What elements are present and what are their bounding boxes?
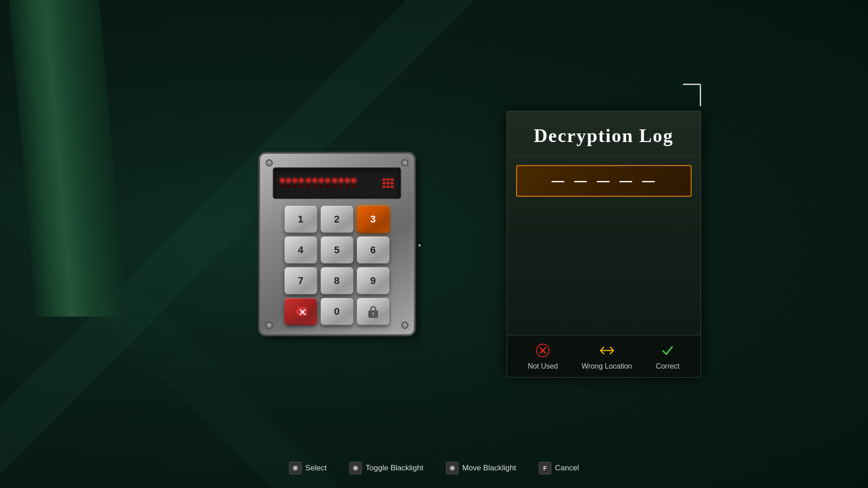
- control-cancel: F Cancel: [539, 462, 579, 474]
- main-content: 1 2 3 4 5 6 7 8 9: [0, 0, 868, 488]
- key-5[interactable]: 5: [321, 237, 353, 264]
- display-dot-dim: [352, 185, 356, 188]
- bar-segment: [391, 186, 394, 188]
- display-dot-dim: [339, 185, 343, 188]
- not-used-icon: [535, 342, 551, 359]
- keypad-device: 1 2 3 4 5 6 7 8 9: [260, 154, 414, 334]
- display-dot: [352, 179, 356, 182]
- select-label: Select: [305, 464, 327, 473]
- legend-wrong-location: Wrong Location: [582, 342, 632, 370]
- cursor-dot: [418, 244, 421, 246]
- code-dash-5: —: [642, 174, 656, 188]
- wrong-location-label: Wrong Location: [582, 362, 632, 370]
- display-dot-dim: [280, 185, 284, 188]
- keypad-body: 1 2 3 4 5 6 7 8 9: [260, 154, 414, 334]
- display-dot-dim: [333, 185, 337, 188]
- svg-point-12: [354, 467, 357, 469]
- bar-segment: [387, 179, 389, 180]
- move-blacklight-icon: [446, 462, 459, 474]
- screw-bottom-left: [266, 322, 273, 329]
- display-dot: [280, 179, 284, 182]
- log-legend: Not Used Wrong Location: [507, 335, 701, 377]
- display-dot: [287, 179, 290, 182]
- key-2[interactable]: 2: [321, 206, 353, 233]
- control-toggle-blacklight: Toggle Blacklight: [349, 462, 423, 474]
- display-dot: [319, 179, 323, 182]
- bar-segment: [391, 179, 394, 180]
- cancel-icon: F: [539, 462, 551, 474]
- key-7[interactable]: 7: [285, 267, 317, 294]
- not-used-label: Not Used: [528, 362, 558, 370]
- display-dot-dim: [346, 185, 349, 188]
- screw-top-right: [401, 159, 408, 166]
- display-dot: [293, 179, 297, 182]
- keypad-row-4: 0: [273, 298, 401, 325]
- keypad-row-2: 4 5 6: [273, 237, 401, 264]
- keypad-grid: 1 2 3 4 5 6 7 8 9: [269, 206, 405, 325]
- toggle-blacklight-icon: [349, 462, 362, 474]
- svg-point-10: [294, 467, 297, 469]
- key-6[interactable]: 6: [357, 237, 389, 264]
- key-9[interactable]: 9: [357, 267, 389, 294]
- code-dash-1: —: [552, 174, 565, 188]
- key-4[interactable]: 4: [285, 237, 317, 264]
- correct-label: Correct: [656, 362, 679, 370]
- code-dash-4: —: [620, 174, 633, 188]
- key-lock[interactable]: [357, 298, 389, 325]
- toggle-blacklight-label: Toggle Blacklight: [365, 464, 423, 473]
- decryption-log-panel: Decryption Log — — — — —: [507, 111, 701, 378]
- dot-group-2: [307, 179, 329, 188]
- corner-bracket-icon: [683, 84, 701, 106]
- keypad-row-1: 1 2 3: [273, 206, 401, 233]
- code-display-box: — — — — —: [516, 165, 692, 197]
- display-dot: [346, 179, 349, 182]
- code-dash-2: —: [574, 174, 588, 188]
- screw-bottom-right: [401, 322, 408, 329]
- code-dash-3: —: [597, 174, 611, 188]
- cancel-label: Cancel: [555, 464, 579, 473]
- display-dot: [299, 179, 303, 182]
- display-dot: [307, 179, 310, 182]
- legend-not-used: Not Used: [528, 342, 558, 370]
- bar-segment: [387, 186, 389, 188]
- display-dot: [326, 179, 329, 182]
- display-dot-dim: [307, 185, 310, 188]
- key-8[interactable]: 8: [321, 267, 353, 294]
- bar-segment: [383, 179, 385, 180]
- key-3[interactable]: 3: [357, 206, 389, 233]
- display-dot-dim: [293, 185, 297, 188]
- correct-icon: [659, 342, 676, 359]
- wrong-location-icon: [599, 342, 615, 359]
- legend-correct: Correct: [656, 342, 679, 370]
- control-select: Select: [289, 462, 327, 474]
- display-dot-dim: [326, 185, 329, 188]
- key-1[interactable]: 1: [285, 206, 317, 233]
- keypad-section: 1 2 3 4 5 6 7 8 9: [167, 109, 507, 380]
- select-icon: [289, 462, 302, 474]
- key-delete[interactable]: [285, 298, 317, 325]
- display-dot-dim: [299, 185, 303, 188]
- bar-segment: [383, 186, 385, 188]
- bar-segment: [387, 182, 389, 184]
- display-dot-dim: [287, 185, 290, 188]
- bar-segment: [391, 182, 394, 184]
- bar-segment: [383, 182, 385, 184]
- key-0[interactable]: 0: [321, 298, 353, 325]
- display-dot: [339, 179, 343, 182]
- keypad-display: [273, 167, 401, 199]
- display-dot: [333, 179, 337, 182]
- keypad-row-3: 7 8 9: [273, 267, 401, 294]
- log-header: Decryption Log: [507, 111, 701, 156]
- dot-group-1: [280, 179, 303, 188]
- move-blacklight-label: Move Blacklight: [462, 464, 516, 473]
- dot-group-3: [333, 179, 356, 188]
- bottom-controls: Select Toggle Blacklight Move Blacklight…: [0, 462, 868, 474]
- log-panel-container: Decryption Log — — — — —: [507, 111, 701, 378]
- screw-top-left: [266, 159, 273, 166]
- display-bar-indicator: [383, 179, 394, 188]
- display-dot-dim: [313, 185, 317, 188]
- display-dots: [280, 179, 356, 188]
- display-dot-dim: [319, 185, 323, 188]
- log-title: Decryption Log: [516, 125, 692, 147]
- svg-point-14: [451, 467, 454, 469]
